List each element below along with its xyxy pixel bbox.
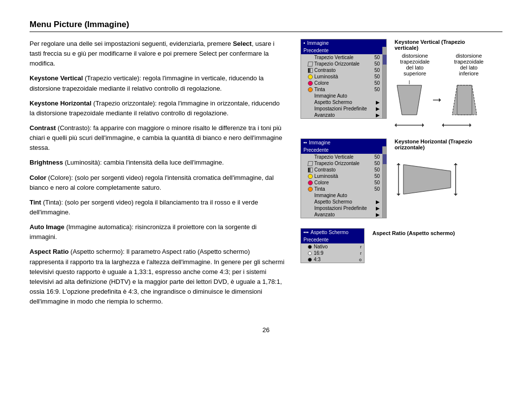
trapezoid-top-wide [395,80,424,120]
diagram-title-1: Keystone Vertical (Trapezio verticale) [395,39,488,51]
svg-marker-14 [397,194,400,196]
page-title: Menu Picture (Immagine) [30,20,502,32]
diagram-title-2: Keystone Horizontal (Trapezio orizzontal… [395,138,488,150]
osd-block-3: ••• Aspetto Schermo Precedente Nativo r … [300,228,488,263]
color-paragraph: Color (Colore): (solo per sorgenti video… [30,173,286,193]
osd-row: Avanzato▶ [301,211,382,218]
svg-marker-4 [452,85,477,115]
osd-title-label-2: Immagine [309,140,331,145]
arrow-left-h [395,162,402,197]
osd-selected-1: Precedente [301,47,382,54]
osd-row: Contrasto50 [301,167,382,173]
tint-paragraph: Tint (Tinta): (solo per sorgenti video) … [30,198,286,217]
auto-image-paragraph: Auto Image (Immagine automatica): risinc… [30,222,286,242]
svg-marker-8 [422,123,424,127]
osd-row: Avanzato▶ [301,112,382,118]
osd-row: Impostazioni Predefinite▶ [301,205,382,211]
osd-row: Trapezio Verticale50 [301,154,382,160]
svg-marker-18 [454,194,458,196]
keystone-vertical-diagram: Keystone Vertical (Trapezio verticale) d… [395,39,488,129]
osd-selected-3: Precedente [301,236,364,243]
svg-marker-17 [454,163,458,165]
osd-row: Immagine Auto [301,93,382,99]
keystone-horizontal-paragraph: Keystone Horizontal (Trapezio orizzontal… [30,99,286,118]
svg-marker-7 [395,123,397,127]
trapezoid-horizontal [402,162,452,197]
intro-paragraph: Per regolare una delle sei impostazioni … [30,39,286,68]
diagram-label-left: distorsionetrapezoidaledel lato superior… [395,53,435,76]
brightness-paragraph: Brightness (Luminosità): cambia l'intens… [30,158,286,168]
svg-marker-0 [397,85,422,115]
arrow-h-mid [428,122,438,129]
osd-menu-3: ••• Aspetto Schermo Precedente Nativo r … [300,228,365,263]
osd-title-bar-2: •• Immagine [301,139,386,146]
svg-marker-15 [403,165,451,194]
osd-row: Tinta50 [301,186,382,192]
left-column: Per regolare una delle sei impostazioni … [30,39,286,311]
svg-marker-10 [442,123,444,127]
osd-row: Trapezio Orizzontale50 [301,160,382,167]
osd-title-bar-1: • Immagine [301,39,386,47]
svg-marker-11 [469,123,471,127]
keystone-horizontal-diagram: Keystone Horizontal (Trapezio orizzontal… [395,138,488,197]
osd-aspect-row: 16:9 r [301,250,364,256]
osd-block-2: •• Immagine Precedente Trapezio Vertical… [300,138,488,218]
page-number: 26 [30,326,502,334]
osd-title-dots-2: •• [303,140,307,145]
contrast-paragraph: Contrast (Contrasto): fa apparire con ma… [30,123,286,153]
osd-title-label-1: Immagine [307,40,329,46]
bottom-arrow-right [442,122,471,129]
osd-block-1: • Immagine Precedente Trapezio Verticale… [300,39,488,129]
osd-row: Contrasto50 [301,67,382,73]
svg-marker-3 [439,98,441,102]
osd-menu-1: • Immagine Precedente Trapezio Verticale… [300,39,387,119]
osd-scrollbar-1 [382,47,386,118]
aspect-ratio-paragraph: Aspect Ratio (Aspetto schermo): Il param… [30,247,286,307]
osd-menu-2: •• Immagine Precedente Trapezio Vertical… [300,138,387,218]
osd-title-dots-1: • [303,40,305,46]
bottom-arrow-left [395,122,424,129]
keystone-vertical-paragraph: Keystone Vertical (Trapezio verticale): … [30,73,286,93]
osd-row: Aspetto Schermo▶ [301,99,382,105]
osd-row: Trapezio Verticale50 [301,54,382,61]
svg-marker-13 [397,163,400,165]
arrow-diagram [432,80,442,120]
osd-title-dots-3: ••• [303,230,309,235]
osd-row: Tinta50 [301,86,382,93]
osd-row: Luminosità50 [301,173,382,179]
right-column: • Immagine Precedente Trapezio Verticale… [300,39,488,311]
osd-title-bar-3: ••• Aspetto Schermo [301,229,364,236]
osd-row: Luminosità50 [301,73,382,80]
trapezoid-bottom-wide [450,80,479,120]
aspect-ratio-label: Aspect Ratio (Aspetto schermo) [372,230,455,236]
arrow-right-h [452,162,460,197]
osd-selected-2: Precedente [301,146,382,154]
osd-row: Impostazioni Predefinite▶ [301,105,382,112]
osd-row: Aspetto Schermo▶ [301,199,382,205]
osd-title-label-3: Aspetto Schermo [311,230,349,235]
osd-aspect-row: Nativo r [301,243,364,250]
osd-row: Trapezio Orizzontale50 [301,61,382,67]
osd-row: Colore50 [301,80,382,86]
osd-scrollbar-2 [382,146,386,218]
osd-row: Immagine Auto [301,192,382,199]
osd-row: Colore50 [301,179,382,186]
diagram-label-right: distorsionetrapezoidaledel lato inferior… [450,53,488,76]
osd-aspect-row: 4:3 o [301,256,364,263]
